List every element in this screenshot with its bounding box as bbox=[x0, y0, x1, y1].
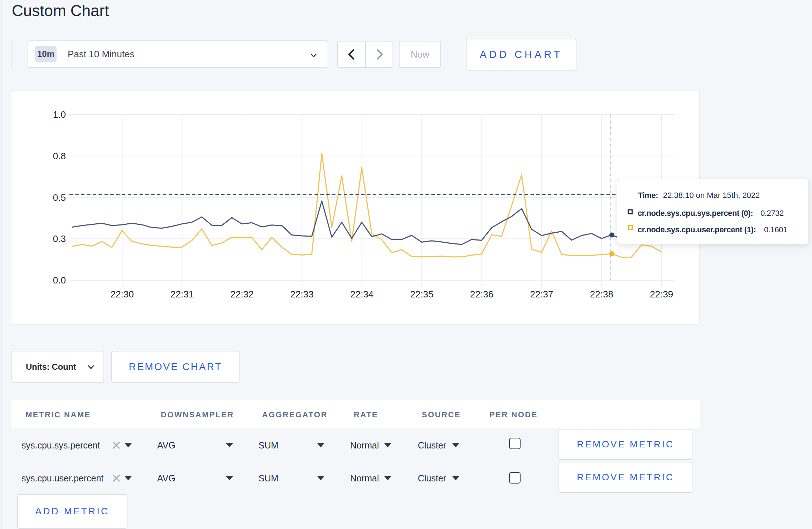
svg-text:0.5: 0.5 bbox=[53, 192, 66, 203]
svg-text:22:34: 22:34 bbox=[350, 289, 373, 300]
svg-text:0.0: 0.0 bbox=[53, 275, 66, 286]
svg-text:22:31: 22:31 bbox=[170, 289, 194, 300]
svg-text:22:39: 22:39 bbox=[650, 289, 673, 300]
svg-text:22:35: 22:35 bbox=[410, 289, 434, 300]
svg-text:22:38: 22:38 bbox=[590, 289, 613, 300]
svg-text:0.8: 0.8 bbox=[53, 151, 66, 161]
svg-text:1.0: 1.0 bbox=[53, 109, 66, 120]
svg-text:22:33: 22:33 bbox=[290, 289, 314, 300]
svg-text:22:36: 22:36 bbox=[470, 289, 493, 300]
svg-text:0.3: 0.3 bbox=[53, 233, 66, 244]
svg-text:22:30: 22:30 bbox=[111, 289, 134, 300]
svg-text:22:32: 22:32 bbox=[230, 289, 253, 300]
svg-text:22:37: 22:37 bbox=[530, 289, 553, 300]
